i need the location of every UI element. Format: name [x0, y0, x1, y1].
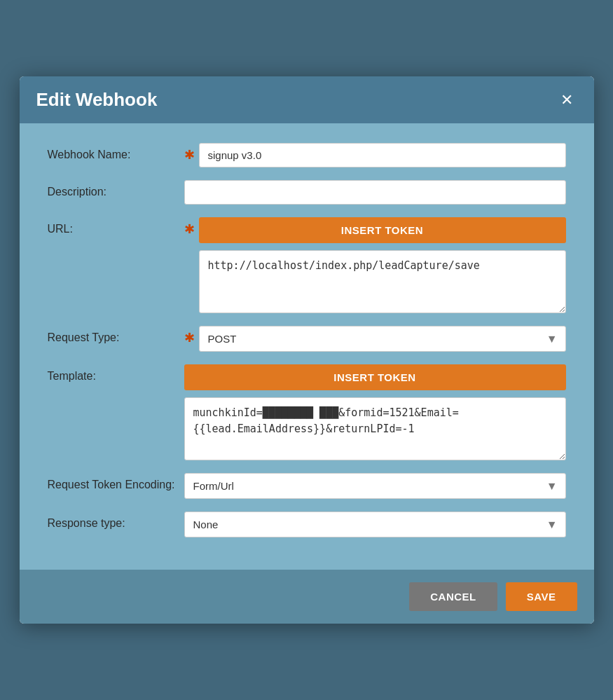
url-textarea[interactable]: http://localhost/index.php/leadCapture/s…: [199, 250, 566, 313]
request-token-encoding-field: Form/Url JSON XML ▼: [184, 473, 566, 499]
description-field: [184, 180, 566, 205]
request-type-field: POST GET DELETE PUT ▼: [199, 326, 566, 352]
request-type-field-group: ✱ POST GET DELETE PUT ▼: [184, 326, 566, 352]
template-textarea[interactable]: munchkinId=████████ ███&formid=1521&Emai…: [184, 397, 566, 460]
response-type-row: Response type: None JSON XML ▼: [48, 512, 566, 537]
close-button[interactable]: ✕: [556, 91, 577, 109]
url-section: INSERT TOKEN http://localhost/index.php/…: [199, 217, 566, 313]
template-label: Template:: [48, 364, 184, 383]
url-label: URL:: [48, 217, 184, 235]
webhook-name-field-group: ✱: [184, 143, 566, 167]
modal-title: Edit Webhook: [36, 89, 158, 111]
template-section: INSERT TOKEN munchkinId=████████ ███&for…: [184, 364, 566, 460]
description-input[interactable]: [184, 180, 566, 205]
url-field-group: ✱ INSERT TOKEN http://localhost/index.ph…: [184, 217, 566, 313]
response-type-select-wrapper: None JSON XML ▼: [184, 512, 566, 537]
webhook-name-field: [199, 143, 566, 167]
description-label: Description:: [48, 180, 184, 198]
webhook-name-row: Webhook Name: ✱: [48, 143, 566, 167]
modal-body: Webhook Name: ✱ Description: URL: ✱ INSE…: [20, 123, 594, 570]
webhook-name-input[interactable]: [199, 143, 566, 167]
required-star-name: ✱: [184, 147, 195, 163]
response-type-select[interactable]: None JSON XML: [184, 512, 566, 537]
request-type-row: Request Type: ✱ POST GET DELETE PUT ▼: [48, 326, 566, 352]
template-row: Template: INSERT TOKEN munchkinId=██████…: [48, 364, 566, 460]
description-row: Description:: [48, 180, 566, 205]
cancel-button[interactable]: CANCEL: [409, 582, 497, 611]
request-type-select-wrapper: POST GET DELETE PUT ▼: [199, 326, 566, 352]
required-star-url: ✱: [184, 221, 195, 237]
request-type-label: Request Type:: [48, 326, 184, 344]
edit-webhook-modal: Edit Webhook ✕ Webhook Name: ✱ Descripti…: [20, 76, 594, 624]
modal-footer: CANCEL SAVE: [20, 570, 594, 624]
response-type-field: None JSON XML ▼: [184, 512, 566, 537]
request-token-encoding-row: Request Token Encoding: Form/Url JSON XM…: [48, 473, 566, 499]
request-token-encoding-select-wrapper: Form/Url JSON XML ▼: [184, 473, 566, 499]
save-button[interactable]: SAVE: [506, 582, 577, 611]
response-type-label: Response type:: [48, 512, 184, 530]
request-token-encoding-select[interactable]: Form/Url JSON XML: [184, 473, 566, 499]
request-type-select[interactable]: POST GET DELETE PUT: [199, 326, 566, 352]
url-insert-token-button[interactable]: INSERT TOKEN: [199, 217, 566, 243]
request-token-encoding-label: Request Token Encoding:: [48, 473, 184, 491]
modal-header: Edit Webhook ✕: [20, 76, 594, 123]
required-star-request: ✱: [184, 330, 195, 345]
webhook-name-label: Webhook Name:: [48, 143, 184, 161]
url-row: URL: ✱ INSERT TOKEN http://localhost/ind…: [48, 217, 566, 313]
template-insert-token-button[interactable]: INSERT TOKEN: [184, 364, 566, 390]
